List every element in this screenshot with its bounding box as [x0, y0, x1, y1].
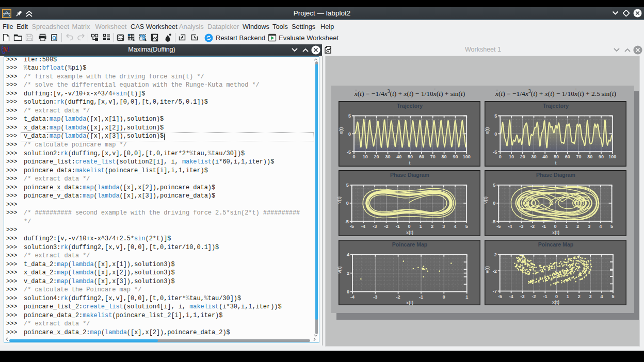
svg-text:0: 0: [347, 289, 349, 294]
svg-text:20: 20: [374, 154, 379, 159]
svg-text:v(t): v(t): [337, 267, 342, 274]
svg-text:1: 1: [565, 224, 568, 229]
svg-text:x(t): x(t): [552, 300, 559, 305]
svg-text:t: t: [409, 160, 411, 166]
svg-text:5: 5: [494, 113, 497, 119]
svg-text:0: 0: [346, 201, 349, 206]
svg-text:0: 0: [555, 294, 558, 299]
svg-text:1: 1: [567, 294, 569, 299]
svg-text:-5: -5: [491, 219, 495, 224]
svg-text:0: 0: [499, 154, 502, 159]
svg-text:2: 2: [431, 224, 433, 229]
svg-text:5: 5: [348, 113, 351, 119]
svg-text:5: 5: [346, 183, 349, 188]
svg-text:1: 1: [420, 224, 422, 229]
svg-text:Trajectory: Trajectory: [543, 103, 569, 109]
svg-text:40: 40: [542, 154, 548, 159]
svg-text:-5: -5: [347, 150, 351, 155]
svg-text:-5: -5: [345, 219, 349, 224]
svg-text:100: 100: [608, 154, 616, 159]
svg-text:-3: -3: [521, 294, 525, 299]
svg-text:1: 1: [465, 294, 468, 300]
svg-text:50: 50: [408, 154, 413, 159]
svg-text:0: 0: [443, 294, 445, 300]
svg-text:2: 2: [494, 252, 497, 257]
svg-text:30: 30: [531, 154, 536, 159]
svg-text:5: 5: [465, 224, 468, 229]
svg-text:2: 2: [578, 294, 581, 299]
svg-text:-1: -1: [419, 294, 423, 300]
svg-text:x(t): x(t): [485, 127, 490, 134]
svg-text:40: 40: [396, 154, 401, 159]
svg-text:3: 3: [588, 224, 590, 229]
svg-text:x(t): x(t): [406, 230, 413, 235]
svg-text:-1: -1: [542, 224, 546, 229]
svg-text:4: 4: [599, 224, 602, 229]
svg-text:60: 60: [565, 154, 570, 159]
svg-text:100: 100: [463, 154, 471, 159]
svg-text:2: 2: [347, 271, 349, 276]
svg-text:20: 20: [520, 154, 525, 159]
svg-text:-3: -3: [519, 224, 523, 229]
svg-text:0: 0: [554, 224, 556, 229]
svg-text:4: 4: [601, 294, 603, 299]
svg-text:-3: -3: [373, 294, 377, 300]
svg-text:10: 10: [363, 154, 368, 159]
svg-text:-2: -2: [530, 224, 535, 229]
svg-text:3: 3: [589, 294, 592, 299]
svg-text:Poincare Map: Poincare Map: [538, 241, 573, 248]
svg-text:-5: -5: [350, 224, 354, 229]
svg-text:0: 0: [408, 224, 410, 229]
svg-text:4: 4: [347, 252, 349, 257]
svg-text:x(t): x(t): [339, 127, 344, 134]
svg-text:4: 4: [454, 224, 456, 229]
svg-text:-5: -5: [496, 224, 501, 229]
svg-text:-5: -5: [498, 294, 502, 299]
svg-text:3: 3: [442, 224, 445, 229]
svg-text:90: 90: [599, 154, 604, 159]
svg-text:2: 2: [576, 224, 579, 229]
svg-text:70: 70: [576, 154, 581, 159]
svg-text:5: 5: [611, 294, 614, 299]
svg-text:0: 0: [493, 201, 495, 206]
svg-text:x(t): x(t): [406, 300, 413, 305]
svg-text:-5: -5: [493, 150, 497, 155]
svg-text:80: 80: [587, 154, 592, 159]
svg-text:-7: -7: [493, 289, 497, 294]
svg-text:t: t: [555, 160, 557, 166]
svg-text:0: 0: [348, 131, 351, 137]
svg-text:50: 50: [554, 154, 559, 159]
svg-text:90: 90: [453, 154, 458, 159]
svg-text:-2: -2: [384, 224, 388, 229]
svg-text:10: 10: [509, 154, 514, 159]
svg-text:-4: -4: [509, 294, 513, 299]
svg-text:-4: -4: [350, 294, 355, 300]
svg-text:-4: -4: [508, 224, 512, 229]
svg-text:70: 70: [430, 154, 436, 159]
svg-text:Poincare Map: Poincare Map: [392, 241, 427, 248]
svg-text:5: 5: [610, 224, 613, 229]
svg-text:-2: -2: [396, 294, 400, 300]
svg-text:v(t): v(t): [485, 266, 490, 273]
svg-text:-2: -2: [493, 269, 497, 274]
svg-text:-1: -1: [396, 224, 400, 229]
svg-text:-4: -4: [361, 224, 365, 229]
svg-text:x(t): x(t): [552, 230, 559, 235]
svg-text:30: 30: [385, 154, 390, 159]
svg-text:0: 0: [494, 131, 497, 137]
svg-text:Phase Diagram: Phase Diagram: [536, 172, 575, 178]
svg-text:Trajectory: Trajectory: [397, 103, 423, 109]
svg-text:v(t): v(t): [336, 196, 342, 204]
svg-text:-2: -2: [532, 294, 536, 299]
svg-text:-1: -1: [543, 294, 547, 299]
svg-text:0: 0: [352, 154, 355, 159]
svg-text:80: 80: [442, 154, 447, 159]
svg-text:60: 60: [419, 154, 424, 159]
svg-text:v(t): v(t): [483, 196, 488, 204]
svg-text:5: 5: [493, 183, 495, 188]
svg-text:-3: -3: [373, 224, 377, 229]
svg-text:Phase Diagram: Phase Diagram: [390, 172, 429, 178]
